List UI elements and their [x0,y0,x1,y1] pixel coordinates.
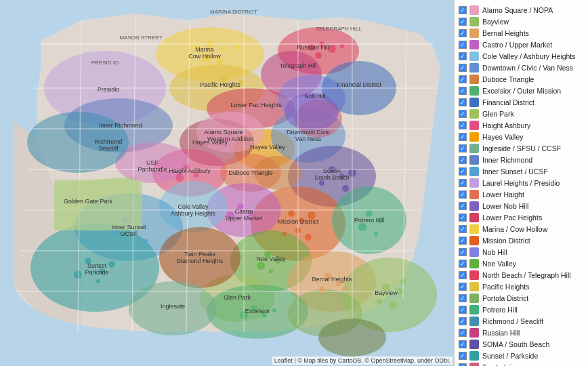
legend-checkbox-richmond-seacliff[interactable]: ✓ [459,317,467,325]
legend-label-north-beach: North Beach / Telegraph Hill [482,271,571,279]
legend-item-glen-park[interactable]: ✓Glen Park [457,108,585,119]
legend-item-marina[interactable]: ✓Marina / Cow Hollow [457,223,585,235]
legend-checkbox-russian-hill[interactable]: ✓ [459,329,467,337]
svg-point-82 [226,211,234,220]
legend-checkbox-ingleside[interactable]: ✓ [459,144,467,152]
legend-label-alamo-square: Alamo Square / NOPA [482,6,553,14]
svg-point-22 [254,156,301,190]
svg-point-86 [343,286,348,290]
legend-checkbox-noe-valley[interactable]: ✓ [459,260,467,268]
legend-checkbox-excelsior[interactable]: ✓ [459,87,467,95]
legend-item-tenderloin[interactable]: ✓Tenderloin [457,361,585,366]
legend-checkbox-lower-nob-hill[interactable]: ✓ [459,202,467,210]
legend-item-cole-valley[interactable]: ✓Cole Valley / Ashbury Heights [457,50,585,62]
legend-checkbox-alamo-square[interactable]: ✓ [459,6,467,14]
svg-point-67 [374,232,378,236]
legend-item-mission[interactable]: ✓Mission District [457,235,585,246]
svg-point-69 [220,77,227,83]
legend-item-richmond-seacliff[interactable]: ✓Richmond / Seacliff [457,315,585,327]
legend-item-alamo-square[interactable]: ✓Alamo Square / NOPA [457,4,585,16]
legend-label-excelsior: Excelsior / Outer Mission [482,87,561,95]
legend-color-mission [469,236,479,245]
svg-text:MARINA DISTRICT: MARINA DISTRICT [210,9,257,15]
legend-item-north-beach[interactable]: ✓North Beach / Telegraph Hill [457,269,585,281]
legend-checkbox-cole-valley[interactable]: ✓ [459,52,467,60]
legend-checkbox-hayes-valley[interactable]: ✓ [459,133,467,141]
legend-checkbox-soma[interactable]: ✓ [459,340,467,348]
svg-point-59 [382,284,390,292]
legend-color-tenderloin [469,363,479,367]
legend-item-portola[interactable]: ✓Portola District [457,292,585,304]
legend-item-duboce-triangle[interactable]: ✓Duboce Triangle [457,73,585,85]
svg-point-36 [285,93,339,131]
legend-item-haight-ashbury[interactable]: ✓Haight Ashbury [457,119,585,131]
legend-label-sunset-parkside: Sunset / Parkside [482,352,538,360]
svg-point-37 [194,45,199,50]
legend-item-laurel-heights[interactable]: ✓Laurel Heights / Presidio [457,177,585,188]
legend-checkbox-portola[interactable]: ✓ [459,294,467,302]
legend-label-mission: Mission District [482,237,530,245]
svg-point-23 [332,186,406,254]
legend-item-downtown[interactable]: ✓Downtown / Civic / Van Ness [457,62,585,73]
legend-checkbox-castro[interactable]: ✓ [459,41,467,49]
legend-checkbox-glen-park[interactable]: ✓ [459,110,467,118]
legend-label-glen-park: Glen Park [482,110,514,118]
legend-checkbox-financial[interactable]: ✓ [459,98,467,106]
legend-label-portola: Portola District [482,294,528,302]
legend-checkbox-marina[interactable]: ✓ [459,225,467,233]
legend-label-nob-hill: Nob Hill [482,248,507,256]
legend-item-soma[interactable]: ✓SOMA / South Beach [457,338,585,350]
legend-color-alamo-square [469,5,479,15]
legend-item-russian-hill[interactable]: ✓Russian Hill [457,327,585,338]
legend-checkbox-tenderloin[interactable]: ✓ [459,363,467,367]
legend-color-financial [469,98,479,107]
legend-checkbox-pacific-heights[interactable]: ✓ [459,283,467,291]
legend-label-noe-valley: Noe Valley [482,260,516,268]
svg-point-90 [96,279,100,283]
svg-point-58 [342,185,349,192]
legend-checkbox-inner-sunset[interactable]: ✓ [459,167,467,176]
svg-point-55 [339,174,345,179]
legend-checkbox-bernal-heights[interactable]: ✓ [459,29,467,37]
legend-item-ingleside[interactable]: ✓Ingleside / SFSU / CCSF [457,142,585,154]
legend-checkbox-bayview[interactable]: ✓ [459,18,467,26]
legend-item-lower-nob-hill[interactable]: ✓Lower Nob Hill [457,200,585,211]
map-container: Marina Cow Hollow Russian Hill Telegraph… [0,0,588,366]
legend-panel: ✓Alamo Square / NOPA✓Bayview✓Bernal Heig… [454,0,588,366]
svg-point-95 [251,305,257,312]
legend-item-inner-richmond[interactable]: ✓Inner Richmond [457,154,585,165]
legend-color-hayes-valley [469,132,479,142]
legend-item-noe-valley[interactable]: ✓Noe Valley [457,258,585,269]
map-background[interactable]: Marina Cow Hollow Russian Hill Telegraph… [0,0,454,366]
legend-item-financial[interactable]: ✓Financial District [457,96,585,108]
legend-label-castro: Castro / Upper Market [482,41,552,49]
legend-checkbox-nob-hill[interactable]: ✓ [459,248,467,256]
legend-item-pacific-heights[interactable]: ✓Pacific Heights [457,281,585,292]
legend-item-nob-hill[interactable]: ✓Nob Hill [457,246,585,258]
legend-checkbox-north-beach[interactable]: ✓ [459,271,467,279]
legend-checkbox-lower-haight[interactable]: ✓ [459,190,467,199]
legend-checkbox-laurel-heights[interactable]: ✓ [459,179,467,187]
legend-checkbox-downtown[interactable]: ✓ [459,64,467,72]
legend-item-hayes-valley[interactable]: ✓Hayes Valley [457,131,585,142]
legend-item-castro[interactable]: ✓Castro / Upper Market [457,39,585,50]
legend-item-excelsior[interactable]: ✓Excelsior / Outer Mission [457,85,585,96]
legend-color-sunset-parkside [469,351,479,361]
legend-checkbox-inner-richmond[interactable]: ✓ [459,156,467,164]
legend-checkbox-lower-pac-heights[interactable]: ✓ [459,214,467,222]
legend-checkbox-sunset-parkside[interactable]: ✓ [459,352,467,360]
svg-point-83 [324,272,333,281]
legend-item-bayview[interactable]: ✓Bayview [457,16,585,27]
legend-checkbox-duboce-triangle[interactable]: ✓ [459,75,467,83]
legend-checkbox-haight-ashbury[interactable]: ✓ [459,121,467,129]
legend-item-inner-sunset[interactable]: ✓Inner Sunset / UCSF [457,165,585,177]
legend-item-bernal-heights[interactable]: ✓Bernal Heights [457,27,585,39]
svg-text:PRESID IO: PRESID IO [91,60,119,66]
legend-label-pacific-heights: Pacific Heights [482,283,529,291]
legend-item-sunset-parkside[interactable]: ✓Sunset / Parkside [457,350,585,361]
legend-item-lower-haight[interactable]: ✓Lower Haight [457,188,585,200]
legend-checkbox-mission[interactable]: ✓ [459,237,467,245]
legend-checkbox-potrero-hill[interactable]: ✓ [459,306,467,314]
legend-item-potrero-hill[interactable]: ✓Potrero Hill [457,304,585,315]
legend-item-lower-pac-heights[interactable]: ✓Lower Pac Heights [457,211,585,223]
